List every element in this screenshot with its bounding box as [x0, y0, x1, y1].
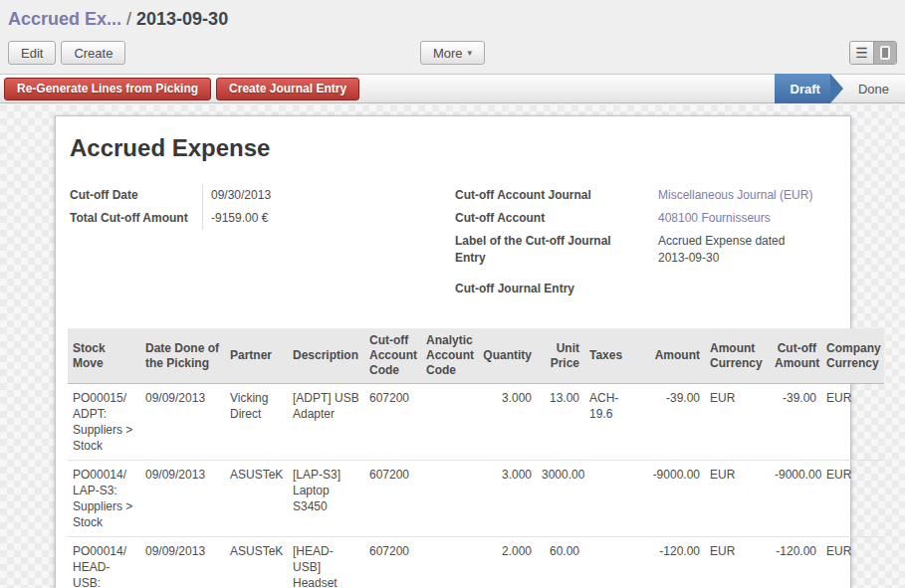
- form-sheet: Accrued Expense Cut-off Date 09/30/2013 …: [55, 115, 851, 588]
- table-cell: 3.000: [477, 461, 537, 537]
- table-cell: 2.000: [477, 537, 537, 588]
- breadcrumb-current: 2013-09-30: [136, 9, 228, 29]
- table-cell: [LAP-S3] Laptop S3450: [288, 461, 364, 537]
- edit-button[interactable]: Edit: [8, 41, 56, 65]
- table-cell: EUR: [821, 384, 884, 461]
- table-cell: [421, 537, 477, 588]
- table-cell: PO00014/ LAP-S3: Suppliers > Stock: [68, 461, 140, 537]
- field-value: -9159.00 €: [202, 207, 268, 230]
- table-header-row: Stock MoveDate Done of the PickingPartne…: [68, 328, 884, 384]
- column-header[interactable]: Date Done of the Picking: [140, 328, 225, 384]
- table-cell: ACH-19.6: [584, 384, 642, 461]
- field-label: Label of the Cut-off Journal Entry: [453, 230, 650, 270]
- create-journal-entry-button[interactable]: Create Journal Entry: [216, 78, 359, 100]
- table-cell: EUR: [705, 461, 770, 537]
- table-cell: EUR: [705, 384, 770, 461]
- table-cell: 09/09/2013: [140, 537, 225, 588]
- lines-table: Stock MoveDate Done of the PickingPartne…: [68, 328, 884, 588]
- form-view-button[interactable]: [873, 42, 896, 64]
- column-header[interactable]: Description: [288, 328, 364, 384]
- state-draft: Draft: [775, 74, 830, 103]
- content-area: Accrued Expense Cut-off Date 09/30/2013 …: [0, 103, 905, 588]
- table-cell: PO00014/ HEAD-USB: Suppliers > Stock: [68, 537, 140, 588]
- table-cell: [421, 384, 477, 461]
- field-cutoff-date: Cut-off Date 09/30/2013: [68, 184, 453, 207]
- field-value: Accrued Expense dated 2013-09-30: [650, 230, 799, 270]
- more-button[interactable]: More ▾: [420, 41, 485, 65]
- table-row[interactable]: PO00015/ ADPT: Suppliers > Stock09/09/20…: [68, 384, 884, 461]
- table-row[interactable]: PO00014/ HEAD-USB: Suppliers > Stock09/0…: [68, 537, 884, 588]
- table-cell: EUR: [705, 537, 770, 588]
- field-value: 09/30/2013: [202, 184, 271, 207]
- create-button[interactable]: Create: [61, 41, 125, 65]
- list-view-button[interactable]: ☰: [850, 42, 873, 64]
- column-header[interactable]: Company Currency: [821, 328, 884, 384]
- table-cell: 607200: [364, 537, 421, 588]
- table-cell: -9000.00: [770, 461, 821, 537]
- table-cell: 3.000: [477, 384, 537, 461]
- table-cell: -39.00: [642, 384, 705, 461]
- field-group-right: Cut-off Account Journal Miscellaneous Jo…: [453, 184, 838, 300]
- field-journal-entry-label: Label of the Cut-off Journal Entry Accru…: [453, 230, 838, 270]
- more-button-label: More: [433, 46, 463, 61]
- table-cell: [ADPT] USB Adapter: [288, 384, 364, 461]
- column-header[interactable]: Amount: [642, 328, 705, 384]
- column-header[interactable]: Unit Price: [537, 328, 584, 384]
- breadcrumb: Accrued Ex.../2013-09-30: [8, 6, 897, 32]
- table-cell: EUR: [821, 537, 884, 588]
- table-cell: -9000.00: [642, 461, 705, 537]
- field-total-cutoff-amount: Total Cut-off Amount -9159.00 €: [68, 207, 453, 230]
- table-cell: EUR: [821, 461, 884, 537]
- chevron-down-icon: ▾: [468, 48, 473, 58]
- table-cell: 13.00: [537, 384, 584, 461]
- column-header[interactable]: Amount Currency: [705, 328, 770, 384]
- field-label: Cut-off Account: [453, 207, 650, 230]
- field-label: Cut-off Date: [68, 184, 202, 207]
- field-cutoff-account: Cut-off Account 408100 Fournisseurs: [453, 207, 838, 230]
- table-cell: -39.00: [770, 384, 821, 461]
- breadcrumb-separator: /: [121, 9, 136, 29]
- table-cell: -120.00: [770, 537, 821, 588]
- regenerate-lines-button[interactable]: Re-Generate Lines from Picking: [4, 78, 211, 100]
- field-label: Cut-off Journal Entry: [453, 278, 650, 300]
- field-groups: Cut-off Date 09/30/2013 Total Cut-off Am…: [68, 184, 838, 300]
- field-group-left: Cut-off Date 09/30/2013 Total Cut-off Am…: [68, 184, 453, 300]
- table-cell: ASUSTeK: [225, 461, 288, 537]
- table-cell: [584, 461, 642, 537]
- page-title: Accrued Expense: [70, 134, 838, 162]
- column-header[interactable]: Partner: [225, 328, 288, 384]
- table-cell: -120.00: [642, 537, 705, 588]
- table-cell: 607200: [364, 384, 421, 461]
- table-cell: 60.00: [537, 537, 584, 588]
- column-header[interactable]: Stock Move: [68, 328, 140, 384]
- lines-list-view: Stock MoveDate Done of the PickingPartne…: [68, 328, 884, 588]
- table-cell: ASUSTeK: [225, 537, 288, 588]
- status-bar: Re-Generate Lines from Picking Create Jo…: [0, 74, 905, 103]
- top-bar: Accrued Ex.../2013-09-30 Edit Create Mor…: [0, 0, 905, 74]
- table-cell: 09/09/2013: [140, 461, 225, 537]
- breadcrumb-parent-link[interactable]: Accrued Ex...: [8, 9, 121, 29]
- column-header[interactable]: Taxes: [584, 328, 642, 384]
- column-header[interactable]: Cut-off Amount: [770, 328, 821, 384]
- field-label: Cut-off Account Journal: [453, 184, 650, 207]
- table-cell: [584, 537, 642, 588]
- toolbar: Edit Create More ▾ ☰: [8, 40, 897, 66]
- field-cutoff-journal-entry: Cut-off Journal Entry: [453, 278, 838, 300]
- field-label: Total Cut-off Amount: [68, 207, 202, 230]
- table-cell: [HEAD-USB] Headset USB: [288, 537, 364, 588]
- column-header[interactable]: Cut-off Account Code: [364, 328, 421, 384]
- table-cell: PO00015/ ADPT: Suppliers > Stock: [68, 384, 140, 461]
- table-cell: [421, 461, 477, 537]
- column-header[interactable]: Analytic Account Code: [421, 328, 477, 384]
- form-icon: [880, 46, 890, 60]
- table-cell: 3000.00: [537, 461, 584, 537]
- cutoff-account-link[interactable]: 408100 Fournisseurs: [658, 211, 771, 225]
- list-icon: ☰: [855, 46, 868, 60]
- table-row[interactable]: PO00014/ LAP-S3: Suppliers > Stock09/09/…: [68, 461, 884, 537]
- column-header[interactable]: Quantity: [477, 328, 537, 384]
- table-cell: 607200: [364, 461, 421, 537]
- cutoff-account-journal-link[interactable]: Miscellaneous Journal (EUR): [658, 188, 812, 202]
- field-value: [650, 278, 658, 300]
- view-switcher: ☰: [849, 41, 897, 65]
- table-cell: 09/09/2013: [140, 384, 225, 461]
